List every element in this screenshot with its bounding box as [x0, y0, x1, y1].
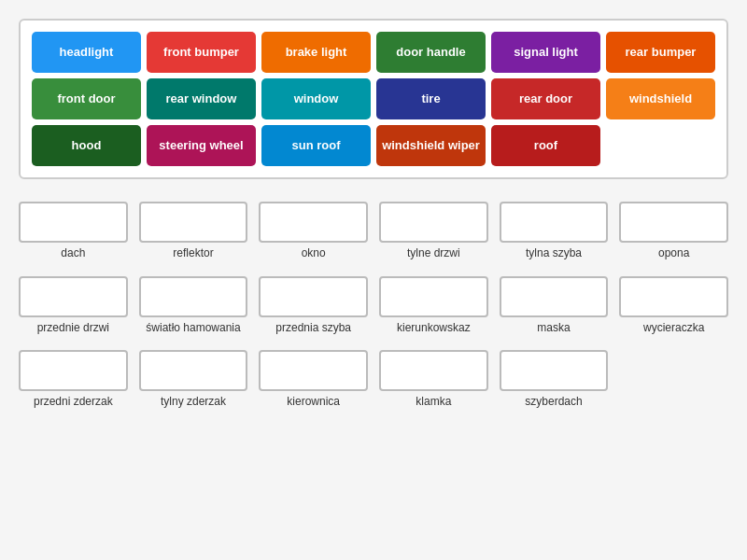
drop-cell-r0-c1: reflektor — [139, 202, 248, 261]
drop-sections: dachreflektoroknotylne drzwitylna szybao… — [19, 202, 728, 410]
drop-box-r1-c0[interactable] — [19, 276, 128, 317]
drop-box-r0-c1[interactable] — [139, 202, 248, 243]
drop-box-r2-c1[interactable] — [139, 350, 248, 391]
drop-label-r1-c5: wycieraczka — [643, 321, 704, 336]
drop-label-r2-c3: klamka — [416, 395, 451, 410]
drop-box-r1-c2[interactable] — [259, 276, 368, 317]
word-bank: headlightfront bumperbrake lightdoor han… — [19, 19, 728, 179]
drop-cell-r0-c5: opona — [619, 202, 728, 261]
drop-row-section-2: przedni zderzaktylny zderzakkierownicakl… — [19, 350, 728, 410]
drop-row-2: przedni zderzaktylny zderzakkierownicakl… — [19, 350, 728, 410]
drop-box-r0-c5[interactable] — [619, 202, 728, 243]
drop-cell-r0-c0: dach — [19, 202, 128, 261]
word-tag-14[interactable]: sun roof — [261, 125, 371, 166]
word-tag-6[interactable]: front door — [32, 78, 141, 119]
drop-box-r2-c0[interactable] — [19, 350, 128, 391]
drop-cell-r2-c3: klamka — [379, 350, 488, 410]
word-tag-15[interactable]: windshield wiper — [376, 125, 486, 166]
drop-box-r1-c3[interactable] — [379, 276, 488, 317]
drop-box-r2-c2[interactable] — [259, 350, 368, 391]
word-tag-3[interactable]: door handle — [376, 32, 486, 73]
drop-label-r2-c2: kierownica — [287, 395, 340, 410]
drop-label-r2-c4: szyberdach — [525, 395, 582, 410]
word-tag-9[interactable]: tire — [376, 78, 486, 119]
drop-label-r0-c3: tylne drzwi — [407, 246, 460, 261]
drop-row-1: przednie drzwiświatło hamowaniaprzednia … — [19, 276, 728, 336]
drop-cell-r2-c4: szyberdach — [500, 350, 609, 410]
drop-cell-r1-c3: kierunkowskaz — [379, 276, 488, 336]
drop-cell-r1-c0: przednie drzwi — [19, 276, 128, 336]
word-tag-1[interactable]: front bumper — [147, 32, 256, 73]
drop-cell-r0-c3: tylne drzwi — [379, 202, 488, 261]
drop-row-0: dachreflektoroknotylne drzwitylna szybao… — [19, 202, 728, 261]
drop-cell-r2-c0: przedni zderzak — [19, 350, 128, 410]
drop-label-r0-c1: reflektor — [173, 246, 213, 261]
drop-label-r1-c0: przednie drzwi — [37, 321, 109, 336]
word-tag-8[interactable]: window — [261, 78, 371, 119]
drop-box-r2-c4[interactable] — [500, 350, 609, 391]
drop-cell-r1-c5: wycieraczka — [619, 276, 728, 336]
drop-label-r2-c1: tylny zderzak — [161, 395, 226, 410]
drop-label-r1-c1: światło hamowania — [146, 321, 240, 336]
drop-box-r0-c3[interactable] — [379, 202, 488, 243]
drop-box-r1-c4[interactable] — [500, 276, 609, 317]
drop-label-r0-c2: okno — [302, 246, 326, 261]
word-tag-13[interactable]: steering wheel — [147, 125, 256, 166]
word-tag-16[interactable]: roof — [491, 125, 600, 166]
drop-box-r2-c3[interactable] — [379, 350, 488, 391]
drop-cell-r0-c2: okno — [259, 202, 368, 261]
drop-row-section-0: dachreflektoroknotylne drzwitylna szybao… — [19, 202, 728, 261]
drop-box-r0-c4[interactable] — [500, 202, 609, 243]
drop-label-r2-c0: przedni zderzak — [34, 395, 113, 410]
drop-cell-r0-c4: tylna szyba — [500, 202, 609, 261]
drop-label-r1-c4: maska — [537, 321, 570, 336]
drop-box-r0-c0[interactable] — [19, 202, 128, 243]
drop-cell-r2-c2: kierownica — [259, 350, 368, 410]
drop-cell-r1-c4: maska — [500, 276, 609, 336]
drop-label-r0-c0: dach — [61, 246, 85, 261]
word-tag-2[interactable]: brake light — [261, 32, 371, 73]
word-tag-5[interactable]: rear bumper — [606, 32, 715, 73]
drop-label-r0-c4: tylna szyba — [526, 246, 582, 261]
word-tag-4[interactable]: signal light — [491, 32, 600, 73]
drop-label-r1-c2: przednia szyba — [275, 321, 351, 336]
drop-label-r0-c5: opona — [658, 246, 689, 261]
word-tag-7[interactable]: rear window — [147, 78, 256, 119]
word-tag-11[interactable]: windshield — [606, 78, 715, 119]
drop-cell-r1-c1: światło hamowania — [139, 276, 248, 336]
word-tag-12[interactable]: hood — [32, 125, 141, 166]
drop-cell-r1-c2: przednia szyba — [259, 276, 368, 336]
drop-row-section-1: przednie drzwiświatło hamowaniaprzednia … — [19, 276, 728, 336]
drop-box-r1-c1[interactable] — [139, 276, 248, 317]
drop-box-r0-c2[interactable] — [259, 202, 368, 243]
drop-box-r1-c5[interactable] — [619, 276, 728, 317]
word-tag-10[interactable]: rear door — [491, 78, 600, 119]
word-tag-0[interactable]: headlight — [32, 32, 141, 73]
drop-cell-r2-c1: tylny zderzak — [139, 350, 248, 410]
drop-label-r1-c3: kierunkowskaz — [397, 321, 471, 336]
